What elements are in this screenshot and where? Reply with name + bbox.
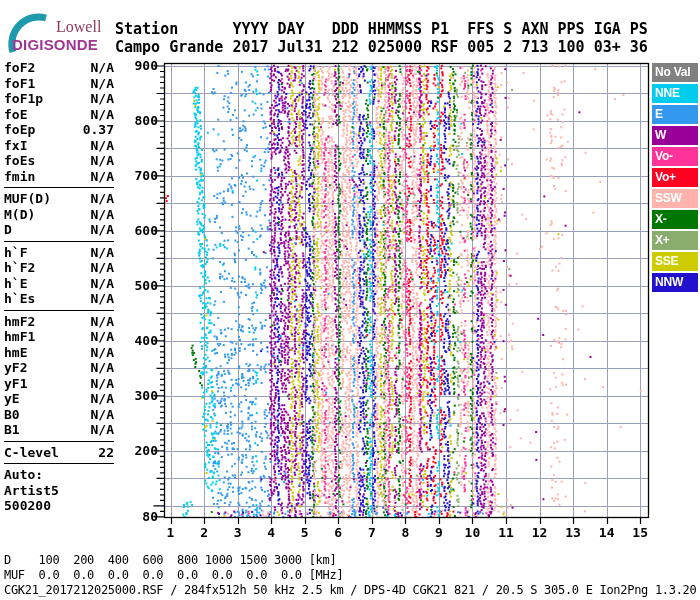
parameter-value: 0.37 [83,122,114,138]
x-tick-label-11: 11 [495,526,517,540]
parameter-row-he: h`EN/A [4,276,114,292]
parameter-label: foF2 [4,60,35,76]
parameter-label: C-level [4,445,59,461]
parameter-row-hme: hmEN/A [4,345,114,361]
parameter-label: foF1 [4,76,35,92]
parameter-group-separator [4,441,114,442]
legend-item-ssw: SSW [652,189,698,208]
y-tick-label-600: 600 [116,224,158,238]
parameter-value: N/A [91,422,114,438]
y-tick-label-700: 700 [116,169,158,183]
parameter-value: N/A [91,376,114,392]
x-tick-label-2: 2 [193,526,215,540]
legend-item-nnw: NNW [652,273,698,292]
parameter-label: Artist5 [4,483,59,499]
y-tick-label-80: 80 [116,510,158,524]
parameter-row-foep: foEp0.37 [4,122,114,138]
parameter-row-fxi: fxIN/A [4,138,114,154]
parameter-label: h`E [4,276,27,292]
legend-item-x: X+ [652,231,698,250]
parameter-value: N/A [91,76,114,92]
x-tick-label-5: 5 [294,526,316,540]
parameter-label: yE [4,391,20,407]
parameter-label: foEs [4,153,35,169]
parameter-panel: foF2N/AfoF1N/AfoF1pN/AfoEN/AfoEp0.37fxIN… [4,60,114,514]
parameter-row-mufd: MUF(D)N/A [4,191,114,207]
parameter-row-artist5: Artist5 [4,483,114,499]
logo-digisonde-text: DIGISONDE [12,36,98,53]
x-tick-label-6: 6 [327,526,349,540]
parameter-row-fof2: foF2N/A [4,60,114,76]
parameter-label: D [4,222,12,238]
parameter-label: M(D) [4,207,35,223]
parameter-group-separator [4,241,114,242]
parameter-value: N/A [91,345,114,361]
parameter-value: N/A [91,276,114,292]
distance-scale-line: D 100 200 400 600 800 1000 1500 3000 [km… [4,553,336,568]
parameter-value: N/A [91,60,114,76]
parameter-row-fmin: fminN/A [4,169,114,185]
parameter-label: h`F [4,245,27,261]
legend-item-vo: Vo- [652,147,698,166]
legend-item-w: W [652,126,698,145]
x-tick-label-9: 9 [428,526,450,540]
y-tick-label-400: 400 [116,334,158,348]
parameter-label: yF1 [4,376,27,392]
legend-item-sse: SSE [652,252,698,271]
parameter-group-separator [4,187,114,188]
parameter-value: N/A [91,245,114,261]
parameter-value: N/A [91,360,114,376]
parameter-value: N/A [91,314,114,330]
parameter-group-separator [4,310,114,311]
legend-item-nne: NNE [652,84,698,103]
parameter-row-fof1: foF1N/A [4,76,114,92]
parameter-value: N/A [91,191,114,207]
parameter-label: h`Es [4,291,35,307]
parameter-label: fxI [4,138,27,154]
parameter-value: N/A [91,91,114,107]
x-tick-label-15: 15 [629,526,651,540]
x-tick-label-4: 4 [260,526,282,540]
parameter-row-yf1: yF1N/A [4,376,114,392]
y-tick-label-800: 800 [116,114,158,128]
y-tick-label-900: 900 [116,59,158,73]
y-tick-label-200: 200 [116,444,158,458]
parameter-row-foes: foEsN/A [4,153,114,169]
parameter-value: N/A [91,329,114,345]
parameter-row-ye: yEN/A [4,391,114,407]
parameter-row-foe: foEN/A [4,107,114,123]
x-tick-label-12: 12 [529,526,551,540]
header-field-values: Campo Grande 2017 Jul31 212 025000 RSF 0… [115,39,648,56]
parameter-row-clevel: C-level22 [4,445,114,461]
parameter-label: hmF1 [4,329,35,345]
parameter-label: foEp [4,122,35,138]
x-tick-label-3: 3 [227,526,249,540]
parameter-row-b0: B0N/A [4,407,114,423]
parameter-value: N/A [91,291,114,307]
legend-item-noval: No Val [652,63,698,82]
parameter-label: MUF(D) [4,191,51,207]
x-tick-label-1: 1 [160,526,182,540]
parameter-label: foE [4,107,27,123]
parameter-row-b1: B1N/A [4,422,114,438]
parameter-label: foF1p [4,91,43,107]
parameter-row-yf2: yF2N/A [4,360,114,376]
legend-item-e: E [652,105,698,124]
parameter-value: N/A [91,222,114,238]
parameter-value: N/A [91,138,114,154]
parameter-row-hmf1: hmF1N/A [4,329,114,345]
parameter-row-auto: Auto: [4,467,114,483]
x-tick-label-7: 7 [361,526,383,540]
parameter-label: fmin [4,169,35,185]
x-tick-label-13: 13 [562,526,584,540]
parameter-value: N/A [91,391,114,407]
parameter-label: 500200 [4,498,51,514]
logo-lowell-text: Lowell [56,18,101,36]
parameter-row-hf2: h`F2N/A [4,260,114,276]
parameter-label: hmE [4,345,27,361]
file-info-line: CGK21_2017212025000.RSF / 284fx512h 50 k… [4,583,696,598]
parameter-row-500200: 500200 [4,498,114,514]
parameter-value: N/A [91,260,114,276]
parameter-label: hmF2 [4,314,35,330]
x-tick-label-8: 8 [394,526,416,540]
